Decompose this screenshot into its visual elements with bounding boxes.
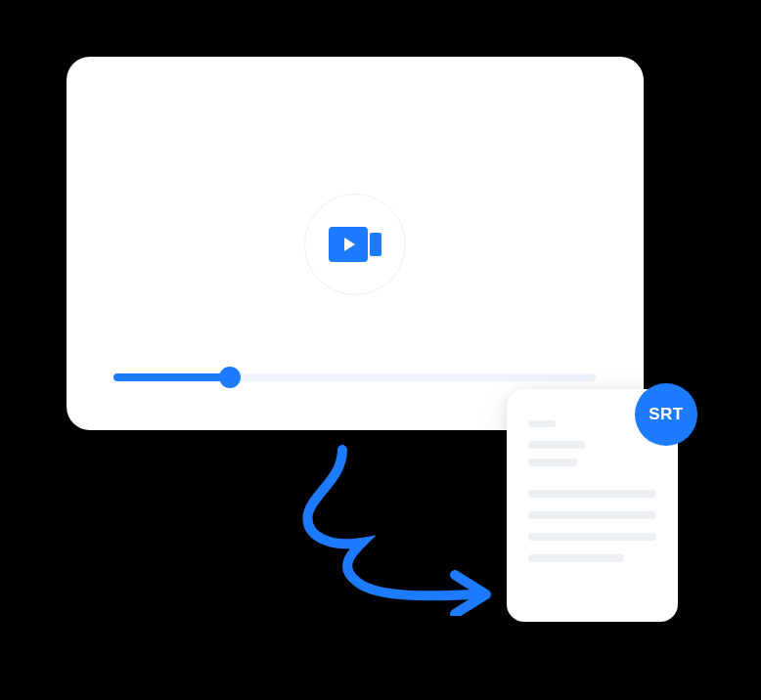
document-line xyxy=(528,441,585,449)
progress-fill xyxy=(113,373,230,381)
curved-arrow-icon xyxy=(284,440,499,616)
video-camera-icon xyxy=(329,225,381,264)
progress-bar[interactable] xyxy=(113,373,597,381)
play-button[interactable] xyxy=(304,194,406,295)
video-player-card xyxy=(67,57,644,430)
document-line xyxy=(528,533,656,541)
document-line xyxy=(528,490,656,498)
document-line xyxy=(528,554,624,562)
srt-badge-label: SRT xyxy=(649,405,684,424)
document-line xyxy=(528,511,656,519)
srt-badge: SRT xyxy=(635,383,697,446)
document-line xyxy=(528,420,556,427)
document-line xyxy=(528,459,577,466)
document-card: SRT xyxy=(507,389,678,622)
progress-thumb[interactable] xyxy=(219,367,241,388)
